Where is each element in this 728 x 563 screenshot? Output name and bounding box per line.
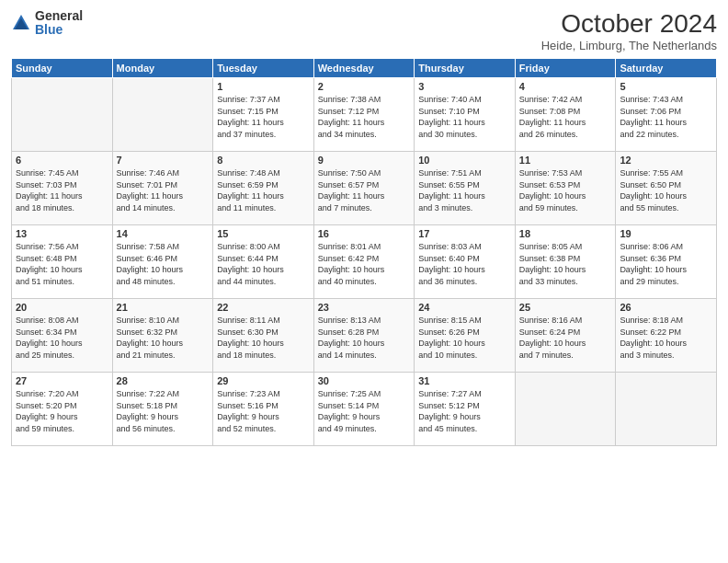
day-info: Sunrise: 8:05 AM Sunset: 6:38 PM Dayligh… [519, 241, 612, 287]
calendar-cell: 28Sunrise: 7:22 AM Sunset: 5:18 PM Dayli… [112, 373, 213, 446]
day-number: 5 [620, 81, 712, 92]
calendar-cell: 4Sunrise: 7:42 AM Sunset: 7:08 PM Daylig… [515, 78, 616, 152]
col-saturday: Saturday [616, 59, 717, 78]
day-number: 27 [16, 375, 108, 386]
day-info: Sunrise: 8:15 AM Sunset: 6:26 PM Dayligh… [418, 315, 511, 361]
day-info: Sunrise: 7:56 AM Sunset: 6:48 PM Dayligh… [16, 241, 108, 287]
calendar-cell: 14Sunrise: 7:58 AM Sunset: 6:46 PM Dayli… [112, 225, 213, 299]
day-number: 24 [418, 302, 511, 313]
logo-text: General Blue [35, 9, 83, 38]
day-info: Sunrise: 8:08 AM Sunset: 6:34 PM Dayligh… [16, 315, 108, 361]
day-number: 20 [16, 302, 108, 313]
day-info: Sunrise: 7:27 AM Sunset: 5:12 PM Dayligh… [418, 388, 511, 434]
calendar-week-5: 27Sunrise: 7:20 AM Sunset: 5:20 PM Dayli… [12, 373, 717, 446]
title-area: October 2024 Heide, Limburg, The Netherl… [541, 9, 717, 52]
day-number: 17 [418, 228, 511, 239]
day-info: Sunrise: 7:55 AM Sunset: 6:50 PM Dayligh… [620, 167, 712, 213]
day-number: 21 [117, 302, 210, 313]
day-info: Sunrise: 7:53 AM Sunset: 6:53 PM Dayligh… [519, 167, 612, 213]
calendar-cell: 18Sunrise: 8:05 AM Sunset: 6:38 PM Dayli… [515, 225, 616, 299]
day-number: 1 [217, 81, 310, 92]
day-info: Sunrise: 8:13 AM Sunset: 6:28 PM Dayligh… [318, 315, 411, 361]
calendar-cell [616, 373, 717, 446]
day-number: 14 [117, 228, 210, 239]
day-number: 19 [620, 228, 712, 239]
calendar-cell [12, 78, 113, 152]
calendar-table: Sunday Monday Tuesday Wednesday Thursday… [11, 58, 717, 446]
day-info: Sunrise: 7:20 AM Sunset: 5:20 PM Dayligh… [16, 388, 108, 434]
day-info: Sunrise: 8:16 AM Sunset: 6:24 PM Dayligh… [519, 315, 612, 361]
day-number: 16 [318, 228, 411, 239]
day-info: Sunrise: 8:11 AM Sunset: 6:30 PM Dayligh… [217, 315, 310, 361]
logo-blue: Blue [35, 23, 83, 37]
day-number: 3 [418, 81, 511, 92]
day-info: Sunrise: 7:45 AM Sunset: 7:03 PM Dayligh… [16, 167, 108, 213]
calendar-cell: 24Sunrise: 8:15 AM Sunset: 6:26 PM Dayli… [415, 299, 516, 373]
day-number: 25 [519, 302, 612, 313]
calendar-cell: 27Sunrise: 7:20 AM Sunset: 5:20 PM Dayli… [12, 373, 113, 446]
day-info: Sunrise: 8:01 AM Sunset: 6:42 PM Dayligh… [318, 241, 411, 287]
day-info: Sunrise: 7:58 AM Sunset: 6:46 PM Dayligh… [117, 241, 210, 287]
calendar-cell: 20Sunrise: 8:08 AM Sunset: 6:34 PM Dayli… [12, 299, 113, 373]
calendar-cell: 15Sunrise: 8:00 AM Sunset: 6:44 PM Dayli… [213, 225, 314, 299]
calendar-cell: 16Sunrise: 8:01 AM Sunset: 6:42 PM Dayli… [313, 225, 415, 299]
day-number: 18 [519, 228, 612, 239]
calendar-cell: 29Sunrise: 7:23 AM Sunset: 5:16 PM Dayli… [213, 373, 314, 446]
col-friday: Friday [515, 59, 616, 78]
calendar-cell: 17Sunrise: 8:03 AM Sunset: 6:40 PM Dayli… [415, 225, 516, 299]
calendar-cell [112, 78, 213, 152]
day-number: 9 [318, 155, 411, 166]
day-number: 4 [519, 81, 612, 92]
day-info: Sunrise: 8:03 AM Sunset: 6:40 PM Dayligh… [418, 241, 511, 287]
day-info: Sunrise: 7:22 AM Sunset: 5:18 PM Dayligh… [117, 388, 210, 434]
calendar-cell: 13Sunrise: 7:56 AM Sunset: 6:48 PM Dayli… [12, 225, 113, 299]
col-sunday: Sunday [12, 59, 113, 78]
day-number: 30 [318, 375, 411, 386]
day-info: Sunrise: 8:00 AM Sunset: 6:44 PM Dayligh… [217, 241, 310, 287]
day-number: 26 [620, 302, 712, 313]
day-number: 28 [117, 375, 210, 386]
col-monday: Monday [112, 59, 213, 78]
day-number: 10 [418, 155, 511, 166]
col-tuesday: Tuesday [213, 59, 314, 78]
calendar-cell: 31Sunrise: 7:27 AM Sunset: 5:12 PM Dayli… [415, 373, 516, 446]
day-number: 6 [16, 155, 108, 166]
day-info: Sunrise: 7:38 AM Sunset: 7:12 PM Dayligh… [318, 94, 411, 140]
logo-general: General [35, 9, 83, 23]
calendar-cell [515, 373, 616, 446]
calendar-week-2: 6Sunrise: 7:45 AM Sunset: 7:03 PM Daylig… [12, 152, 717, 225]
logo-icon [11, 13, 31, 33]
day-number: 2 [318, 81, 411, 92]
calendar-week-1: 1Sunrise: 7:37 AM Sunset: 7:15 PM Daylig… [12, 78, 717, 152]
calendar-cell: 10Sunrise: 7:51 AM Sunset: 6:55 PM Dayli… [415, 152, 516, 225]
day-number: 22 [217, 302, 310, 313]
day-info: Sunrise: 7:23 AM Sunset: 5:16 PM Dayligh… [217, 388, 310, 434]
calendar-cell: 19Sunrise: 8:06 AM Sunset: 6:36 PM Dayli… [616, 225, 717, 299]
col-wednesday: Wednesday [313, 59, 415, 78]
day-info: Sunrise: 7:25 AM Sunset: 5:14 PM Dayligh… [318, 388, 411, 434]
page: General Blue October 2024 Heide, Limburg… [0, 0, 728, 563]
calendar-cell: 11Sunrise: 7:53 AM Sunset: 6:53 PM Dayli… [515, 152, 616, 225]
calendar-cell: 26Sunrise: 8:18 AM Sunset: 6:22 PM Dayli… [616, 299, 717, 373]
calendar-cell: 12Sunrise: 7:55 AM Sunset: 6:50 PM Dayli… [616, 152, 717, 225]
calendar-header-row: Sunday Monday Tuesday Wednesday Thursday… [12, 59, 717, 78]
calendar-cell: 23Sunrise: 8:13 AM Sunset: 6:28 PM Dayli… [313, 299, 415, 373]
calendar-cell: 7Sunrise: 7:46 AM Sunset: 7:01 PM Daylig… [112, 152, 213, 225]
calendar-cell: 2Sunrise: 7:38 AM Sunset: 7:12 PM Daylig… [313, 78, 415, 152]
main-title: October 2024 [541, 9, 717, 39]
calendar-cell: 25Sunrise: 8:16 AM Sunset: 6:24 PM Dayli… [515, 299, 616, 373]
day-number: 8 [217, 155, 310, 166]
day-info: Sunrise: 7:42 AM Sunset: 7:08 PM Dayligh… [519, 94, 612, 140]
calendar-cell: 22Sunrise: 8:11 AM Sunset: 6:30 PM Dayli… [213, 299, 314, 373]
calendar-cell: 1Sunrise: 7:37 AM Sunset: 7:15 PM Daylig… [213, 78, 314, 152]
day-number: 15 [217, 228, 310, 239]
calendar-week-3: 13Sunrise: 7:56 AM Sunset: 6:48 PM Dayli… [12, 225, 717, 299]
day-info: Sunrise: 7:46 AM Sunset: 7:01 PM Dayligh… [117, 167, 210, 213]
day-info: Sunrise: 7:37 AM Sunset: 7:15 PM Dayligh… [217, 94, 310, 140]
calendar-cell: 21Sunrise: 8:10 AM Sunset: 6:32 PM Dayli… [112, 299, 213, 373]
day-info: Sunrise: 7:51 AM Sunset: 6:55 PM Dayligh… [418, 167, 511, 213]
day-number: 13 [16, 228, 108, 239]
day-number: 31 [418, 375, 511, 386]
calendar-cell: 5Sunrise: 7:43 AM Sunset: 7:06 PM Daylig… [616, 78, 717, 152]
calendar-cell: 3Sunrise: 7:40 AM Sunset: 7:10 PM Daylig… [415, 78, 516, 152]
